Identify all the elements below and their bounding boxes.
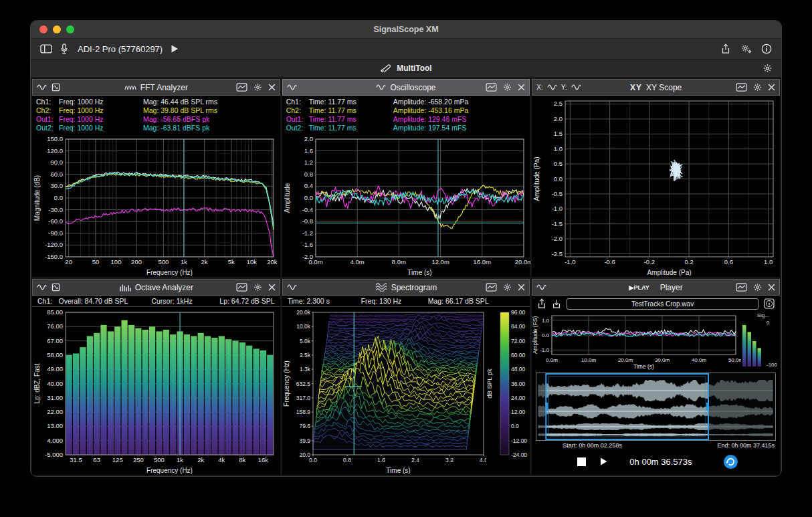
x-source-label: X: (536, 84, 542, 91)
info-icon[interactable] (761, 43, 772, 54)
svg-text:-0.4: -0.4 (302, 206, 312, 213)
waveform-icon[interactable] (37, 83, 47, 92)
minimize-window-button[interactable] (53, 25, 61, 33)
microphone-icon[interactable] (60, 43, 68, 54)
run-button[interactable] (171, 43, 179, 54)
oscilloscope-panel-header[interactable]: Oscilloscope (282, 79, 530, 96)
selection-times: Start: 0h 00m 02.258s End: 0h 00m 37.415… (532, 442, 780, 451)
close-icon[interactable] (768, 283, 775, 292)
svg-text:-0.8: -0.8 (302, 217, 312, 225)
y-waveform-icon[interactable] (571, 83, 581, 92)
stop-button[interactable] (577, 457, 586, 466)
loaded-file-name[interactable]: TestTracks Crop.wav (567, 298, 758, 310)
player-panel-header[interactable]: ▶PLAY Player (532, 279, 780, 296)
svg-text:3.2: 3.2 (445, 457, 453, 463)
gear-icon[interactable] (752, 283, 763, 292)
spectrogram-chart[interactable]: 20.0k10.0k5.0k2.5k1.3k632.5317.0158.979.… (282, 307, 486, 475)
svg-text:20.0m: 20.0m (618, 357, 633, 363)
oscilloscope-icon (376, 83, 386, 92)
close-icon[interactable] (768, 83, 775, 92)
x-waveform-icon[interactable] (547, 83, 557, 92)
import-icon[interactable] (552, 298, 561, 309)
svg-text:0.8: 0.8 (343, 457, 351, 463)
chart-options-icon[interactable] (236, 283, 247, 292)
player-amplitude-chart[interactable]: 0.0m10.0m20.0m30.0m40.0m50.0m1.00.0-1.0T… (532, 312, 741, 371)
play-button[interactable] (599, 457, 608, 466)
svg-text:Lp: dBZ, Fast: Lp: dBZ, Fast (33, 363, 41, 403)
svg-text:1.6: 1.6 (377, 457, 385, 463)
chart-options-icon[interactable] (736, 83, 747, 92)
oscilloscope-chart[interactable]: 0.0m4.0m8.0m12.0m16.0m20.0m2.01.61.20.80… (282, 134, 530, 277)
xy-scope-panel-header[interactable]: X: Y: XY XY Scope (532, 79, 780, 96)
zoom-window-button[interactable] (66, 25, 74, 33)
signal-source-icon[interactable] (51, 283, 61, 292)
waveform-icon[interactable] (37, 283, 47, 292)
spectrogram-icon (375, 283, 387, 292)
octave-panel-header[interactable]: Octave Analyzer (32, 279, 280, 296)
fft-panel-header[interactable]: FFT Analyzer (32, 79, 280, 96)
svg-text:Frequency (Hz): Frequency (Hz) (283, 360, 290, 407)
sidebar-toggle-icon[interactable] (40, 43, 52, 54)
waveform-icon[interactable] (287, 83, 297, 92)
tool-grid: FFT Analyzer Ch1:Freq: 1000 HzMag: 46.44… (31, 78, 781, 476)
svg-text:31.5: 31.5 (70, 456, 82, 463)
svg-text:13.00: 13.00 (47, 422, 63, 429)
gear-icon[interactable] (502, 83, 512, 92)
chart-options-icon[interactable] (236, 83, 247, 92)
gear-icon[interactable] (752, 83, 763, 92)
close-icon[interactable] (268, 283, 276, 292)
svg-text:22.00: 22.00 (47, 408, 63, 415)
chart-options-icon[interactable] (736, 283, 747, 292)
octave-bars-icon (119, 283, 131, 292)
toolbar: ADI-2 Pro (57760297) (31, 39, 781, 60)
close-icon[interactable] (518, 283, 525, 292)
svg-text:-2.0: -2.0 (552, 235, 563, 242)
gear-icon[interactable] (253, 283, 263, 292)
svg-text:20.0m: 20.0m (514, 258, 530, 266)
svg-text:2.5k: 2.5k (300, 352, 311, 358)
share-icon[interactable] (720, 43, 732, 54)
svg-text:16k: 16k (258, 456, 269, 463)
svg-text:39.9: 39.9 (299, 437, 310, 444)
settings-gears-icon[interactable] (740, 43, 753, 54)
svg-text:5.0k: 5.0k (300, 338, 311, 344)
close-icon[interactable] (518, 83, 525, 92)
multitool-gear-icon[interactable] (763, 64, 773, 73)
svg-text:2.0: 2.0 (554, 115, 563, 122)
multitool-title: MultiTool (397, 64, 431, 73)
waveform-icon[interactable] (287, 283, 297, 292)
loop-button[interactable] (723, 454, 738, 470)
file-info-icon[interactable] (764, 298, 775, 309)
waveform-icon[interactable] (536, 283, 546, 292)
export-icon[interactable] (537, 298, 546, 309)
titlebar[interactable]: SignalScope XM (31, 21, 781, 39)
fft-chart[interactable]: 20501002005001k2k5k10k20k150.0120.090.06… (32, 134, 280, 277)
chart-options-icon[interactable] (486, 83, 497, 92)
multitool-bar: MultiTool (31, 60, 781, 78)
close-icon[interactable] (268, 83, 276, 92)
fft-icon (124, 83, 136, 92)
svg-text:-24.00: -24.00 (511, 451, 527, 458)
oscilloscope-panel: Oscilloscope Ch1:Time: 11.77 msAmplitude… (282, 79, 530, 277)
player-file-row: TestTracks Crop.wav (532, 296, 780, 312)
meter-label: Sig... (757, 312, 769, 318)
chart-options-icon[interactable] (486, 283, 497, 292)
panel-title: Spectrogram (391, 283, 437, 292)
xy-scope-chart[interactable]: -1.0-0.6-0.20.20.61.02.52.01.51.00.50.0-… (532, 96, 780, 277)
svg-text:5k: 5k (228, 258, 235, 266)
device-selector[interactable]: ADI-2 Pro (57760297) (78, 44, 163, 54)
svg-text:1.0: 1.0 (542, 318, 550, 324)
svg-text:90.0: 90.0 (51, 159, 64, 166)
svg-text:50: 50 (92, 258, 100, 266)
gear-icon[interactable] (502, 283, 512, 292)
player-meters-row: 0.0m10.0m20.0m30.0m40.0m50.0m1.00.0-1.0T… (532, 312, 780, 371)
signal-source-icon[interactable] (51, 83, 61, 92)
gear-icon[interactable] (253, 83, 263, 92)
spectrogram-panel-header[interactable]: Spectrogram (282, 279, 530, 296)
octave-chart[interactable]: 85.0076.0067.0058.0049.0040.0031.0022.00… (32, 307, 280, 475)
waveform-overview[interactable] (536, 373, 776, 441)
svg-text:-1.5: -1.5 (552, 220, 563, 227)
svg-text:-0.6: -0.6 (605, 258, 615, 266)
svg-text:0.0: 0.0 (554, 175, 563, 183)
close-window-button[interactable] (39, 25, 47, 33)
